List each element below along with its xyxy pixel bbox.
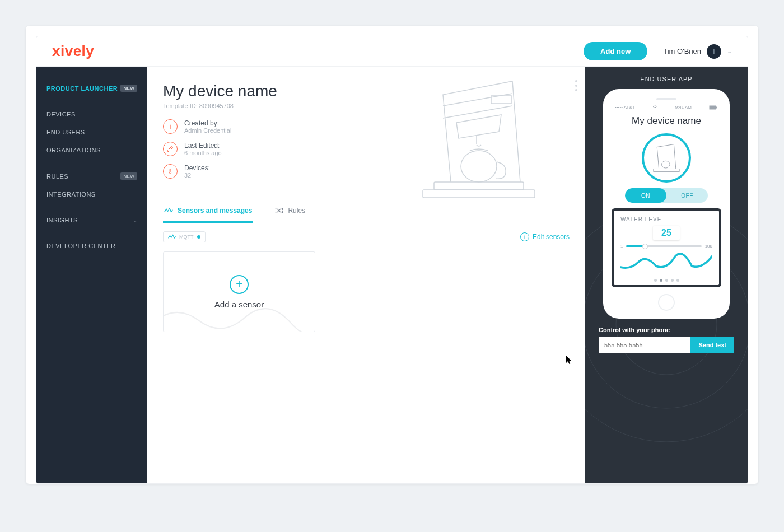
user-name: Tim O'Brien: [663, 47, 701, 55]
toggle-off-label: OFF: [666, 188, 708, 203]
add-sensor-card[interactable]: + Add a sensor: [163, 251, 315, 332]
water-level-widget: WATER LEVEL 25 1 100: [612, 208, 721, 287]
device-mini-illustration: [651, 142, 682, 174]
svg-rect-8: [716, 107, 717, 108]
svg-rect-1: [434, 182, 524, 190]
chip-label: MQTT: [179, 234, 194, 240]
device-ring-icon: [642, 133, 691, 183]
wave-bg-icon: [163, 300, 315, 332]
widget-value: 25: [653, 226, 680, 240]
tab-label: Rules: [288, 207, 305, 214]
sidebar-item-label: DEVICES: [46, 111, 76, 118]
slider-max: 100: [705, 244, 712, 249]
kebab-menu-icon[interactable]: [575, 80, 577, 91]
wifi-icon: [652, 105, 658, 110]
device-illustration: [417, 78, 546, 201]
tab-bar: Sensors and messages Rules: [163, 201, 570, 223]
phone-preview: ••••• AT&T 9:41 AM My device name: [603, 89, 730, 319]
pencil-icon: [163, 142, 178, 156]
widget-label: WATER LEVEL: [620, 216, 712, 222]
thermometer-icon: [163, 164, 178, 179]
new-badge: NEW: [120, 172, 137, 180]
tab-sensors[interactable]: Sensors and messages: [163, 201, 253, 223]
meta-label: Last Edited:: [184, 142, 222, 150]
sidebar-item-end-users[interactable]: END USERS: [36, 123, 147, 141]
user-menu[interactable]: Tim O'Brien T ⌄: [663, 44, 732, 59]
meta-value: 6 months ago: [184, 150, 222, 156]
toggle-on-label: ON: [625, 188, 666, 203]
shuffle-icon: [274, 207, 283, 214]
phone-speaker-icon: [656, 98, 676, 100]
status-dot-icon: [197, 235, 200, 239]
sidebar-item-developer-center[interactable]: DEVELOPER CENTER: [36, 237, 147, 255]
tab-rules[interactable]: Rules: [273, 201, 306, 223]
add-new-button[interactable]: Add new: [584, 42, 647, 60]
slider-track: [626, 245, 701, 247]
chevron-down-icon: ⌄: [727, 48, 732, 55]
brand-text: xively: [52, 43, 94, 59]
phone-cta: Control with your phone Send text: [599, 326, 734, 353]
sidebar-item-insights[interactable]: INSIGHTS ⌄: [36, 211, 147, 229]
sidebar-item-product-launcher[interactable]: PRODUCT LAUNCHER NEW: [36, 79, 147, 97]
send-text-button[interactable]: Send text: [690, 337, 734, 353]
app-window: xively Add new Tim O'Brien T ⌄ PRODUCT L…: [36, 36, 748, 484]
carrier-label: ••••• AT&T: [615, 105, 635, 110]
new-badge: NEW: [120, 85, 137, 92]
cta-label: Control with your phone: [599, 326, 734, 333]
top-bar: xively Add new Tim O'Brien T ⌄: [36, 36, 748, 67]
phone-home-button-icon: [658, 294, 675, 311]
sidebar-item-label: PRODUCT LAUNCHER: [46, 85, 118, 92]
meta-value: 32: [184, 172, 210, 179]
page-dots[interactable]: [620, 279, 712, 282]
brand-logo: xively: [52, 43, 94, 60]
edit-sensors-button[interactable]: + Edit sensors: [520, 232, 570, 241]
phone-status-bar: ••••• AT&T 9:41 AM: [615, 105, 718, 110]
sidebar-item-integrations[interactable]: INTEGRATIONS: [36, 185, 147, 203]
edit-sensors-label: Edit sensors: [533, 233, 570, 241]
svg-rect-10: [654, 169, 679, 171]
meta-label: Created by:: [184, 119, 231, 127]
plus-circle-icon: +: [230, 275, 249, 294]
sidebar-item-label: DEVELOPER CENTER: [46, 242, 116, 249]
meta-label: Devices:: [184, 164, 210, 172]
sidebar-item-label: INTEGRATIONS: [46, 191, 96, 198]
phone-input[interactable]: [599, 337, 690, 353]
battery-icon: [709, 105, 718, 110]
sidebar-item-label: RULES: [46, 173, 68, 180]
svg-point-11: [661, 161, 670, 168]
phone-screen-title: My device name: [632, 115, 701, 127]
svg-point-3: [461, 151, 497, 182]
sparkline-icon: [620, 251, 712, 273]
sidebar: PRODUCT LAUNCHER NEW DEVICES END USERS O…: [36, 67, 147, 483]
on-off-toggle[interactable]: ON OFF: [625, 188, 708, 203]
svg-rect-9: [710, 106, 716, 109]
tab-label: Sensors and messages: [178, 207, 252, 214]
chevron-down-icon: ⌄: [133, 217, 138, 223]
svg-rect-0: [423, 190, 535, 198]
plus-icon: +: [163, 119, 178, 134]
cursor-icon: [566, 356, 573, 365]
meta-value: Admin Credential: [184, 127, 231, 134]
sidebar-item-organizations[interactable]: ORGANIZATIONS: [36, 141, 147, 159]
panel-title: END USER APP: [640, 76, 692, 82]
plus-circle-icon: +: [520, 232, 529, 241]
sidebar-item-label: END USERS: [46, 129, 85, 136]
water-level-slider[interactable]: 1 100: [620, 244, 712, 249]
sidebar-item-rules[interactable]: RULES NEW: [36, 167, 147, 185]
user-avatar: T: [707, 44, 721, 59]
end-user-app-panel: END USER APP ••••• AT&T 9:41 AM My devic…: [585, 67, 748, 483]
main-content: My device name Template ID: 8090945708 +…: [147, 67, 585, 483]
sidebar-item-label: ORGANIZATIONS: [46, 147, 101, 153]
time-label: 9:41 AM: [675, 105, 692, 110]
sidebar-item-devices[interactable]: DEVICES: [36, 105, 147, 123]
slider-thumb[interactable]: [642, 244, 648, 249]
protocol-chip[interactable]: MQTT: [163, 231, 206, 242]
slider-min: 1: [620, 244, 623, 249]
wave-icon: [168, 234, 176, 240]
sidebar-item-label: INSIGHTS: [46, 217, 78, 223]
wave-icon: [164, 207, 173, 214]
